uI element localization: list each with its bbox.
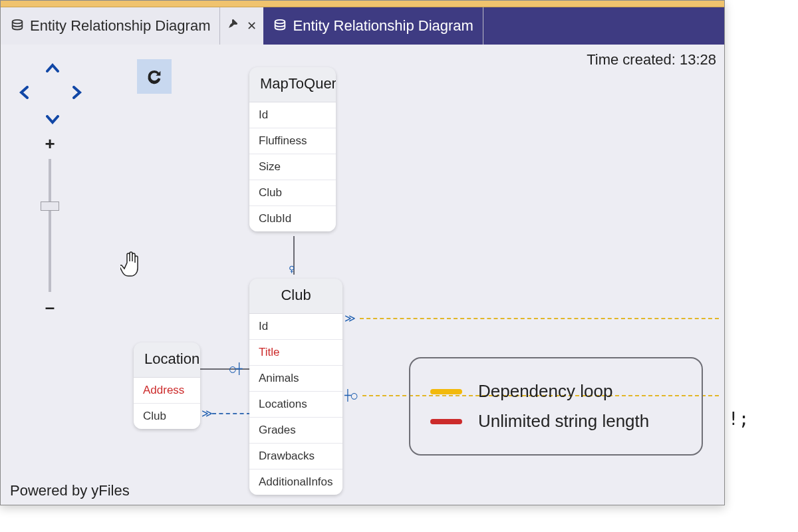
zoom-in-button[interactable]: + bbox=[45, 135, 55, 152]
title-bar bbox=[1, 1, 724, 7]
field[interactable]: Size bbox=[249, 154, 336, 180]
endpoint-one: ┼○ bbox=[344, 389, 357, 402]
legend-swatch bbox=[430, 419, 462, 424]
legend-item-dependency-loop: Dependency loop bbox=[430, 381, 682, 402]
field[interactable]: Grades bbox=[249, 418, 342, 444]
field[interactable]: AdditionalInfos bbox=[249, 469, 342, 495]
legend-label: Dependency loop bbox=[478, 381, 612, 402]
entity-maptoquery[interactable]: MapToQuery Id Fluffiness Size Club ClubI… bbox=[249, 67, 336, 231]
tab-erd-active[interactable]: Entity Relationship Diagram bbox=[1, 7, 220, 45]
entity-title: Location bbox=[134, 342, 200, 377]
endpoint-many: ≫ bbox=[344, 312, 356, 325]
entity-fields: Id Title Animals Locations Grades Drawba… bbox=[249, 313, 342, 495]
entity-title: Club bbox=[249, 279, 342, 313]
connector-club-right-1 bbox=[360, 318, 719, 319]
tab-label: Entity Relationship Diagram bbox=[293, 17, 473, 35]
entity-title: MapToQuery bbox=[249, 67, 336, 102]
legend-item-unlimited-string: Unlimited string length bbox=[430, 411, 682, 432]
field[interactable]: Fluffiness bbox=[249, 128, 336, 154]
field[interactable]: Locations bbox=[249, 392, 342, 418]
field[interactable]: Club bbox=[249, 180, 336, 206]
legend: Dependency loop Unlimited string length bbox=[409, 357, 703, 456]
app-window: Entity Relationship Diagram ✕ Entity Rel… bbox=[0, 0, 725, 505]
endpoint-open: ○┼ bbox=[229, 362, 242, 375]
field[interactable]: Id bbox=[249, 314, 342, 340]
field[interactable]: Drawbacks bbox=[249, 444, 342, 469]
entity-fields: Id Fluffiness Size Club ClubId bbox=[249, 102, 336, 231]
database-icon bbox=[10, 19, 25, 33]
entity-club[interactable]: Club Id Title Animals Locations Grades D… bbox=[249, 279, 342, 495]
time-created-label: Time created: 13:28 bbox=[587, 51, 716, 68]
hand-cursor-icon bbox=[120, 251, 143, 283]
entity-fields: Address Club bbox=[134, 377, 200, 429]
refresh-icon bbox=[145, 67, 164, 86]
svg-point-1 bbox=[275, 20, 285, 23]
field[interactable]: ClubId bbox=[249, 206, 336, 231]
connector-location-club-dashed bbox=[212, 413, 251, 414]
connector-location-club bbox=[200, 368, 251, 370]
tab-erd-inactive[interactable]: Entity Relationship Diagram bbox=[263, 7, 483, 45]
refresh-button[interactable] bbox=[137, 59, 172, 94]
zoom-slider-track[interactable] bbox=[49, 159, 51, 292]
nav-left-icon[interactable] bbox=[19, 86, 29, 103]
nav-cluster bbox=[13, 59, 86, 126]
stray-code-bottom: [BackingField(nameof( food))] bbox=[88, 516, 410, 532]
nav-down-icon[interactable] bbox=[46, 111, 59, 128]
tab-strip: Entity Relationship Diagram ✕ Entity Rel… bbox=[1, 7, 724, 45]
powered-by-label: Powered by yFiles bbox=[10, 482, 130, 499]
nav-up-icon[interactable] bbox=[46, 59, 59, 76]
field[interactable]: Title bbox=[249, 340, 342, 366]
entity-location[interactable]: Location Address Club bbox=[134, 342, 200, 429]
tab-label: Entity Relationship Diagram bbox=[30, 17, 210, 35]
zoom-control: + – bbox=[38, 135, 62, 316]
tab-actions: ✕ bbox=[220, 7, 263, 45]
diagram-canvas[interactable]: Time created: 13:28 + bbox=[1, 45, 724, 505]
legend-swatch bbox=[430, 389, 462, 394]
legend-label: Unlimited string length bbox=[478, 411, 649, 432]
field[interactable]: Animals bbox=[249, 366, 342, 392]
field[interactable]: Address bbox=[134, 378, 200, 404]
zoom-slider-thumb[interactable] bbox=[41, 201, 59, 211]
stray-code-right: !; bbox=[728, 409, 749, 429]
field[interactable]: Club bbox=[134, 404, 200, 429]
pin-icon[interactable] bbox=[227, 19, 237, 33]
endpoint-many: ≫ bbox=[201, 407, 213, 420]
zoom-out-button[interactable]: – bbox=[45, 299, 55, 316]
close-icon[interactable]: ✕ bbox=[247, 19, 257, 33]
nav-right-icon[interactable] bbox=[72, 86, 82, 103]
database-icon bbox=[273, 19, 287, 33]
field[interactable]: Id bbox=[249, 102, 336, 128]
endpoint-circle: ♀ bbox=[289, 263, 295, 275]
svg-point-0 bbox=[13, 20, 23, 23]
